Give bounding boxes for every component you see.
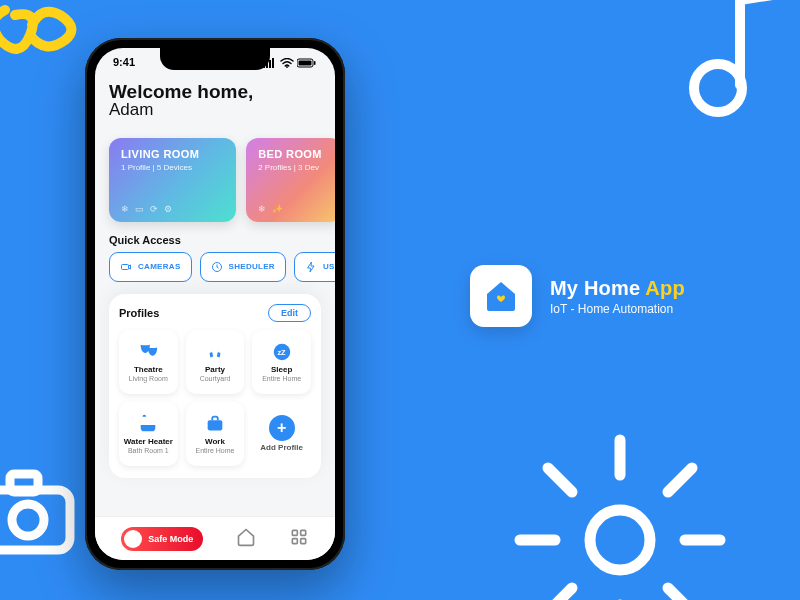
quick-label: SHEDULER bbox=[229, 262, 275, 271]
svg-point-4 bbox=[590, 510, 650, 570]
room-device-icons: ❄✨ bbox=[258, 204, 283, 214]
battery-icon bbox=[297, 58, 317, 68]
bathtub-icon bbox=[137, 413, 159, 435]
svg-rect-19 bbox=[299, 61, 312, 66]
quick-cameras-button[interactable]: CAMERAS bbox=[109, 252, 192, 282]
svg-line-9 bbox=[548, 468, 572, 492]
profile-tile-sleep[interactable]: zZ Sleep Entire Home bbox=[252, 330, 311, 394]
tab-home[interactable] bbox=[236, 527, 256, 551]
add-profile-label: Add Profile bbox=[260, 444, 303, 452]
knot-icon bbox=[0, 0, 90, 100]
profile-location: Bath Room 1 bbox=[128, 447, 169, 454]
profile-name: Water Heater bbox=[124, 438, 173, 446]
svg-rect-2 bbox=[10, 474, 38, 492]
clock-icon bbox=[211, 261, 223, 273]
room-title: BED ROOM bbox=[258, 148, 329, 160]
phone-frame: 9:41 Welcome home, Adam LIVING ROOM 1 Pr… bbox=[85, 38, 345, 570]
edit-profiles-button[interactable]: Edit bbox=[268, 304, 311, 322]
wifi-icon bbox=[280, 58, 294, 68]
camera-icon bbox=[120, 261, 132, 273]
brand-title: My Home App bbox=[550, 277, 685, 300]
room-card-living-room[interactable]: LIVING ROOM 1 Profile | 5 Devices ❄▭⟳⚙ bbox=[109, 138, 236, 222]
profile-location: Entire Home bbox=[262, 375, 301, 382]
svg-rect-29 bbox=[300, 538, 305, 543]
brand-subtitle: IoT - Home Automation bbox=[550, 302, 685, 316]
svg-rect-27 bbox=[300, 530, 305, 535]
profile-location: Entire Home bbox=[196, 447, 235, 454]
plus-icon: + bbox=[269, 415, 295, 441]
room-title: LIVING ROOM bbox=[121, 148, 224, 160]
svg-rect-1 bbox=[0, 490, 70, 550]
theatre-masks-icon bbox=[137, 341, 159, 363]
profile-location: Courtyard bbox=[200, 375, 231, 382]
cheers-icon bbox=[204, 341, 226, 363]
svg-text:zZ: zZ bbox=[277, 348, 286, 357]
quick-access-title: Quick Access bbox=[109, 234, 321, 246]
svg-rect-20 bbox=[314, 61, 316, 65]
svg-point-3 bbox=[12, 504, 44, 536]
svg-line-12 bbox=[668, 588, 692, 600]
profiles-panel: Profiles Edit Theatre Living Room Party … bbox=[109, 294, 321, 478]
status-indicators bbox=[263, 56, 317, 68]
quick-access-section: Quick Access CAMERAS SHEDULER US bbox=[109, 234, 321, 282]
brand-title-accent: App bbox=[645, 277, 684, 299]
safe-mode-label: Safe Mode bbox=[148, 534, 193, 544]
quick-usage-button[interactable]: US bbox=[294, 252, 335, 282]
profile-tile-theatre[interactable]: Theatre Living Room bbox=[119, 330, 178, 394]
tab-bar: Safe Mode bbox=[95, 516, 335, 560]
brand-title-main: My Home bbox=[550, 277, 645, 299]
welcome-username: Adam bbox=[109, 100, 321, 120]
rooms-carousel[interactable]: LIVING ROOM 1 Profile | 5 Devices ❄▭⟳⚙ B… bbox=[109, 138, 321, 222]
svg-rect-25 bbox=[208, 421, 223, 431]
profile-name: Party bbox=[205, 366, 225, 374]
svg-rect-28 bbox=[292, 538, 297, 543]
svg-rect-26 bbox=[292, 530, 297, 535]
notch bbox=[160, 48, 270, 70]
screen: 9:41 Welcome home, Adam LIVING ROOM 1 Pr… bbox=[95, 48, 335, 560]
sun-icon bbox=[500, 420, 740, 600]
add-profile-button[interactable]: + Add Profile bbox=[252, 402, 311, 466]
music-note-icon bbox=[640, 0, 800, 150]
profiles-title: Profiles bbox=[119, 307, 159, 319]
house-heart-icon bbox=[482, 277, 520, 315]
camera-doodle-icon bbox=[0, 460, 85, 570]
welcome-block: Welcome home, Adam bbox=[109, 82, 321, 120]
svg-point-0 bbox=[694, 64, 742, 112]
home-icon bbox=[236, 527, 256, 547]
profile-name: Theatre bbox=[134, 366, 163, 374]
sleep-icon: zZ bbox=[271, 341, 293, 363]
safe-mode-toggle[interactable]: Safe Mode bbox=[121, 527, 203, 551]
profile-name: Work bbox=[205, 438, 225, 446]
quick-scheduler-button[interactable]: SHEDULER bbox=[200, 252, 286, 282]
profile-name: Sleep bbox=[271, 366, 292, 374]
welcome-greeting: Welcome home, bbox=[109, 82, 321, 102]
room-subtitle: 2 Profiles | 3 Dev bbox=[258, 163, 329, 172]
briefcase-icon bbox=[204, 413, 226, 435]
room-device-icons: ❄▭⟳⚙ bbox=[121, 204, 172, 214]
main-content: Welcome home, Adam LIVING ROOM 1 Profile… bbox=[95, 48, 335, 516]
profile-tile-water-heater[interactable]: Water Heater Bath Room 1 bbox=[119, 402, 178, 466]
svg-line-11 bbox=[548, 588, 572, 600]
profile-tile-work[interactable]: Work Entire Home bbox=[186, 402, 245, 466]
profile-location: Living Room bbox=[129, 375, 168, 382]
app-icon bbox=[470, 265, 532, 327]
svg-rect-15 bbox=[269, 60, 271, 68]
svg-rect-21 bbox=[122, 264, 129, 269]
bolt-icon bbox=[305, 261, 317, 273]
quick-label: CAMERAS bbox=[138, 262, 181, 271]
svg-point-17 bbox=[286, 66, 288, 68]
svg-line-10 bbox=[668, 468, 692, 492]
room-card-bed-room[interactable]: BED ROOM 2 Profiles | 3 Dev ❄✨ bbox=[246, 138, 335, 222]
profile-tile-party[interactable]: Party Courtyard bbox=[186, 330, 245, 394]
svg-rect-16 bbox=[272, 58, 274, 68]
brand-block: My Home App IoT - Home Automation bbox=[470, 265, 685, 327]
grid-icon bbox=[289, 527, 309, 547]
quick-label: US bbox=[323, 262, 335, 271]
room-subtitle: 1 Profile | 5 Devices bbox=[121, 163, 224, 172]
toggle-knob bbox=[124, 530, 142, 548]
tab-grid[interactable] bbox=[289, 527, 309, 551]
status-time: 9:41 bbox=[113, 56, 135, 68]
